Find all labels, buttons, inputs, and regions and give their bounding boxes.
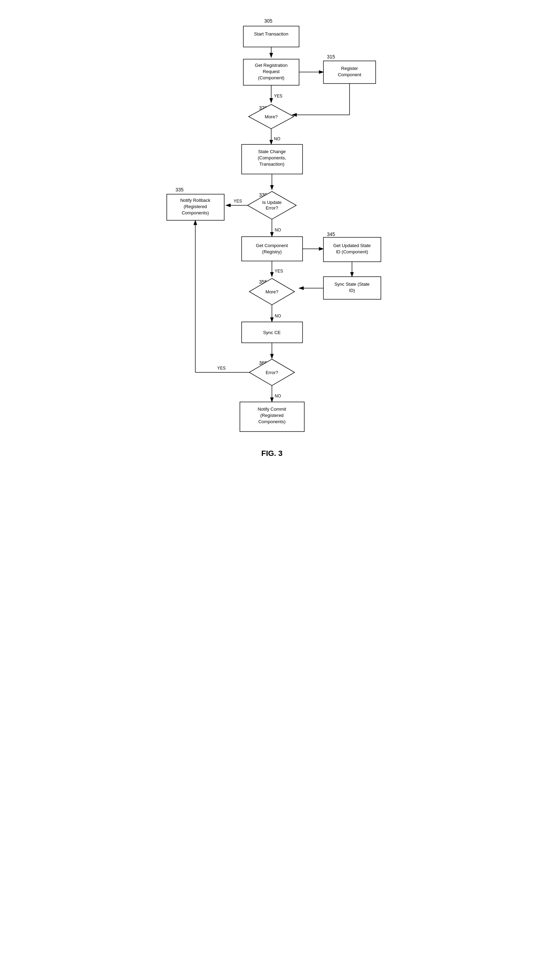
- label-305: 305: [264, 18, 273, 24]
- text-310b: Request: [262, 69, 280, 74]
- text-310c: (Component): [258, 75, 284, 81]
- text-370a: Notify Commit: [258, 406, 286, 412]
- label-315: 315: [327, 54, 335, 60]
- text-365: Error?: [265, 370, 278, 375]
- text-330b: Error?: [265, 205, 278, 211]
- text-325b: (Components,: [258, 155, 286, 160]
- text-320: More?: [265, 114, 278, 119]
- text-325a: State Change: [258, 149, 286, 154]
- text-355: More?: [265, 289, 278, 294]
- no-label-355: NO: [275, 314, 281, 318]
- text-305: Start Transaction: [254, 31, 288, 37]
- text-350a: Sync State (State: [334, 282, 369, 287]
- text-315a: Register: [341, 66, 358, 71]
- text-360: Sync CE: [263, 330, 281, 335]
- yes-label-340: YES: [275, 269, 283, 274]
- yes-label-310: YES: [274, 93, 282, 98]
- text-340a: Get Component: [256, 243, 288, 248]
- node-305: [243, 26, 299, 47]
- node-340: [242, 237, 302, 261]
- text-330a: Is Update: [262, 200, 282, 205]
- text-370b: (Registered: [260, 413, 283, 418]
- text-345b: ID (Component): [336, 249, 368, 255]
- text-370c: Components): [258, 419, 285, 424]
- flowchart-svg: 305 Start Transaction 310 Get Registrati…: [156, 7, 400, 929]
- text-335a: Notify Rollback: [180, 198, 210, 203]
- yes-label-365: YES: [217, 366, 226, 371]
- yes-label-330: YES: [234, 199, 242, 203]
- label-345: 345: [327, 231, 335, 237]
- text-310a: Get Registration: [255, 63, 288, 68]
- no-label-330: NO: [275, 227, 281, 232]
- no-label-365: NO: [275, 393, 281, 398]
- flowchart-diagram: 305 Start Transaction 310 Get Registrati…: [156, 7, 400, 931]
- text-325c: Transaction): [259, 161, 284, 167]
- text-345a: Get Updated State: [333, 243, 371, 248]
- text-335b: (Registered: [183, 204, 207, 209]
- text-340b: (Registry): [262, 249, 281, 255]
- text-315b: Component: [338, 72, 361, 77]
- label-335: 335: [176, 187, 184, 192]
- no-label-320: NO: [274, 136, 280, 141]
- figure-label: FIG. 3: [261, 449, 282, 458]
- text-335c: Components): [181, 210, 208, 215]
- text-350b: ID): [349, 288, 355, 293]
